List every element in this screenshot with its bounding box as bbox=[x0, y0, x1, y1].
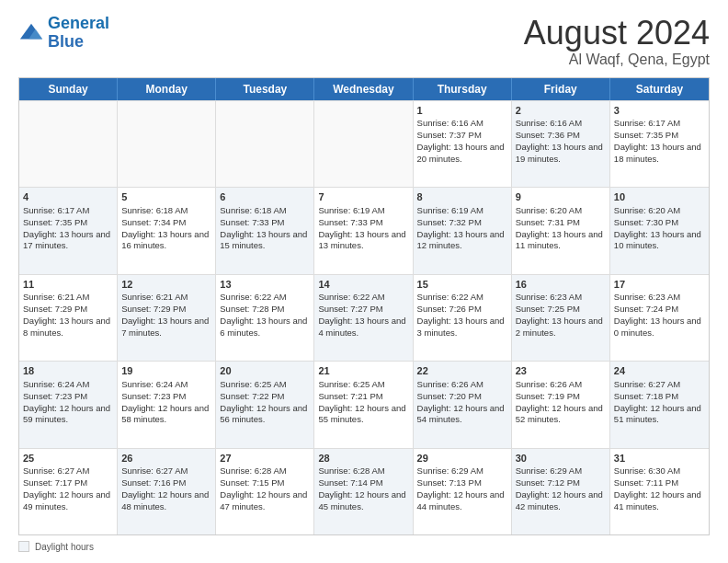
day-info: Sunrise: 6:27 AM Sunset: 7:16 PM Dayligh… bbox=[121, 465, 209, 511]
day-info: Sunrise: 6:29 AM Sunset: 7:13 PM Dayligh… bbox=[417, 465, 505, 511]
day-number: 20 bbox=[220, 364, 310, 378]
calendar-week-row: 18Sunrise: 6:24 AM Sunset: 7:23 PM Dayli… bbox=[19, 361, 709, 447]
day-number: 26 bbox=[121, 452, 211, 465]
header: General Blue August 2024 Al Waqf, Qena, … bbox=[18, 15, 710, 68]
day-info: Sunrise: 6:16 AM Sunset: 7:37 PM Dayligh… bbox=[417, 118, 505, 163]
day-info: Sunrise: 6:28 AM Sunset: 7:15 PM Dayligh… bbox=[220, 465, 307, 511]
legend: Daylight hours bbox=[18, 541, 710, 552]
day-number: 11 bbox=[23, 278, 113, 292]
logo-icon bbox=[18, 20, 44, 46]
day-number: 10 bbox=[614, 190, 705, 204]
day-number: 23 bbox=[516, 364, 606, 378]
day-info: Sunrise: 6:27 AM Sunset: 7:17 PM Dayligh… bbox=[23, 465, 110, 511]
calendar-cell: 21Sunrise: 6:25 AM Sunset: 7:21 PM Dayli… bbox=[314, 362, 413, 447]
calendar-cell: 31Sunrise: 6:30 AM Sunset: 7:11 PM Dayli… bbox=[610, 449, 709, 534]
calendar-cell bbox=[118, 101, 216, 187]
title-block: August 2024 Al Waqf, Qena, Egypt bbox=[524, 15, 710, 68]
day-number: 19 bbox=[121, 364, 211, 378]
day-info: Sunrise: 6:21 AM Sunset: 7:29 PM Dayligh… bbox=[23, 292, 110, 337]
calendar-cell: 12Sunrise: 6:21 AM Sunset: 7:29 PM Dayli… bbox=[118, 275, 216, 361]
day-info: Sunrise: 6:26 AM Sunset: 7:20 PM Dayligh… bbox=[417, 379, 505, 424]
logo-general: General bbox=[48, 14, 109, 32]
day-info: Sunrise: 6:18 AM Sunset: 7:34 PM Dayligh… bbox=[121, 205, 209, 250]
day-info: Sunrise: 6:27 AM Sunset: 7:18 PM Dayligh… bbox=[614, 379, 701, 424]
calendar-header-cell: Wednesday bbox=[314, 78, 413, 100]
calendar-cell: 19Sunrise: 6:24 AM Sunset: 7:23 PM Dayli… bbox=[118, 362, 216, 447]
day-number: 12 bbox=[121, 278, 211, 292]
day-info: Sunrise: 6:24 AM Sunset: 7:23 PM Dayligh… bbox=[121, 379, 209, 424]
day-info: Sunrise: 6:20 AM Sunset: 7:31 PM Dayligh… bbox=[516, 205, 603, 250]
calendar-header-cell: Saturday bbox=[610, 78, 709, 100]
day-number: 31 bbox=[614, 452, 705, 465]
day-number: 1 bbox=[417, 104, 507, 118]
day-info: Sunrise: 6:25 AM Sunset: 7:21 PM Dayligh… bbox=[318, 379, 405, 424]
calendar-week-row: 11Sunrise: 6:21 AM Sunset: 7:29 PM Dayli… bbox=[19, 274, 709, 361]
calendar-cell: 11Sunrise: 6:21 AM Sunset: 7:29 PM Dayli… bbox=[19, 275, 118, 361]
calendar-cell: 10Sunrise: 6:20 AM Sunset: 7:30 PM Dayli… bbox=[610, 188, 709, 273]
calendar-cell: 4Sunrise: 6:17 AM Sunset: 7:35 PM Daylig… bbox=[19, 188, 118, 273]
day-number: 8 bbox=[417, 190, 507, 204]
day-number: 18 bbox=[23, 364, 113, 378]
calendar-cell: 29Sunrise: 6:29 AM Sunset: 7:13 PM Dayli… bbox=[414, 449, 512, 534]
month-title: August 2024 bbox=[524, 15, 710, 52]
calendar-cell: 6Sunrise: 6:18 AM Sunset: 7:33 PM Daylig… bbox=[216, 188, 314, 273]
calendar-cell: 25Sunrise: 6:27 AM Sunset: 7:17 PM Dayli… bbox=[19, 449, 118, 534]
day-number: 3 bbox=[614, 104, 705, 118]
day-number: 22 bbox=[417, 364, 507, 378]
day-info: Sunrise: 6:19 AM Sunset: 7:32 PM Dayligh… bbox=[417, 205, 505, 250]
calendar-cell bbox=[216, 101, 314, 187]
legend-label: Daylight hours bbox=[35, 542, 94, 552]
calendar-cell: 3Sunrise: 6:17 AM Sunset: 7:35 PM Daylig… bbox=[610, 101, 709, 187]
day-number: 13 bbox=[220, 278, 310, 292]
day-number: 6 bbox=[220, 190, 310, 204]
calendar-body: 1Sunrise: 6:16 AM Sunset: 7:37 PM Daylig… bbox=[19, 100, 709, 534]
day-number: 7 bbox=[318, 190, 408, 204]
day-number: 21 bbox=[318, 364, 408, 378]
day-number: 15 bbox=[417, 278, 507, 292]
calendar-header-cell: Friday bbox=[512, 78, 610, 100]
calendar-header-cell: Thursday bbox=[414, 78, 512, 100]
day-info: Sunrise: 6:21 AM Sunset: 7:29 PM Dayligh… bbox=[121, 292, 209, 337]
day-info: Sunrise: 6:16 AM Sunset: 7:36 PM Dayligh… bbox=[516, 118, 603, 163]
day-info: Sunrise: 6:17 AM Sunset: 7:35 PM Dayligh… bbox=[614, 118, 701, 163]
calendar-cell: 20Sunrise: 6:25 AM Sunset: 7:22 PM Dayli… bbox=[216, 362, 314, 447]
day-number: 14 bbox=[318, 278, 408, 292]
day-info: Sunrise: 6:26 AM Sunset: 7:19 PM Dayligh… bbox=[516, 379, 603, 424]
calendar-cell bbox=[19, 101, 118, 187]
calendar-cell: 30Sunrise: 6:29 AM Sunset: 7:12 PM Dayli… bbox=[512, 449, 610, 534]
day-info: Sunrise: 6:23 AM Sunset: 7:25 PM Dayligh… bbox=[516, 292, 603, 337]
calendar-cell: 1Sunrise: 6:16 AM Sunset: 7:37 PM Daylig… bbox=[414, 101, 512, 187]
calendar-header-cell: Sunday bbox=[19, 78, 118, 100]
calendar-week-row: 25Sunrise: 6:27 AM Sunset: 7:17 PM Dayli… bbox=[19, 448, 709, 534]
day-info: Sunrise: 6:23 AM Sunset: 7:24 PM Dayligh… bbox=[614, 292, 701, 337]
calendar-cell: 18Sunrise: 6:24 AM Sunset: 7:23 PM Dayli… bbox=[19, 362, 118, 447]
calendar-cell: 17Sunrise: 6:23 AM Sunset: 7:24 PM Dayli… bbox=[610, 275, 709, 361]
day-info: Sunrise: 6:19 AM Sunset: 7:33 PM Dayligh… bbox=[318, 205, 405, 250]
calendar-week-row: 4Sunrise: 6:17 AM Sunset: 7:35 PM Daylig… bbox=[19, 187, 709, 273]
calendar-cell: 9Sunrise: 6:20 AM Sunset: 7:31 PM Daylig… bbox=[512, 188, 610, 273]
day-number: 29 bbox=[417, 452, 507, 465]
day-info: Sunrise: 6:29 AM Sunset: 7:12 PM Dayligh… bbox=[516, 465, 603, 511]
day-number: 27 bbox=[220, 452, 310, 465]
calendar-cell: 7Sunrise: 6:19 AM Sunset: 7:33 PM Daylig… bbox=[314, 188, 413, 273]
day-number: 2 bbox=[516, 104, 606, 118]
logo-text: General Blue bbox=[48, 15, 109, 52]
day-number: 4 bbox=[23, 190, 113, 204]
day-info: Sunrise: 6:22 AM Sunset: 7:28 PM Dayligh… bbox=[220, 292, 307, 337]
legend-box bbox=[18, 541, 29, 552]
calendar-cell: 26Sunrise: 6:27 AM Sunset: 7:16 PM Dayli… bbox=[118, 449, 216, 534]
day-number: 5 bbox=[121, 190, 211, 204]
day-info: Sunrise: 6:20 AM Sunset: 7:30 PM Dayligh… bbox=[614, 205, 701, 250]
logo-blue: Blue bbox=[48, 32, 84, 51]
day-info: Sunrise: 6:30 AM Sunset: 7:11 PM Dayligh… bbox=[614, 465, 701, 511]
day-number: 17 bbox=[614, 278, 705, 292]
day-number: 25 bbox=[23, 452, 113, 465]
day-info: Sunrise: 6:18 AM Sunset: 7:33 PM Dayligh… bbox=[220, 205, 307, 250]
calendar-cell: 15Sunrise: 6:22 AM Sunset: 7:26 PM Dayli… bbox=[414, 275, 512, 361]
calendar-cell: 8Sunrise: 6:19 AM Sunset: 7:32 PM Daylig… bbox=[414, 188, 512, 273]
day-number: 28 bbox=[318, 452, 408, 465]
day-number: 30 bbox=[516, 452, 606, 465]
page: General Blue August 2024 Al Waqf, Qena, … bbox=[0, 0, 728, 563]
calendar-cell: 24Sunrise: 6:27 AM Sunset: 7:18 PM Dayli… bbox=[610, 362, 709, 447]
day-number: 16 bbox=[516, 278, 606, 292]
